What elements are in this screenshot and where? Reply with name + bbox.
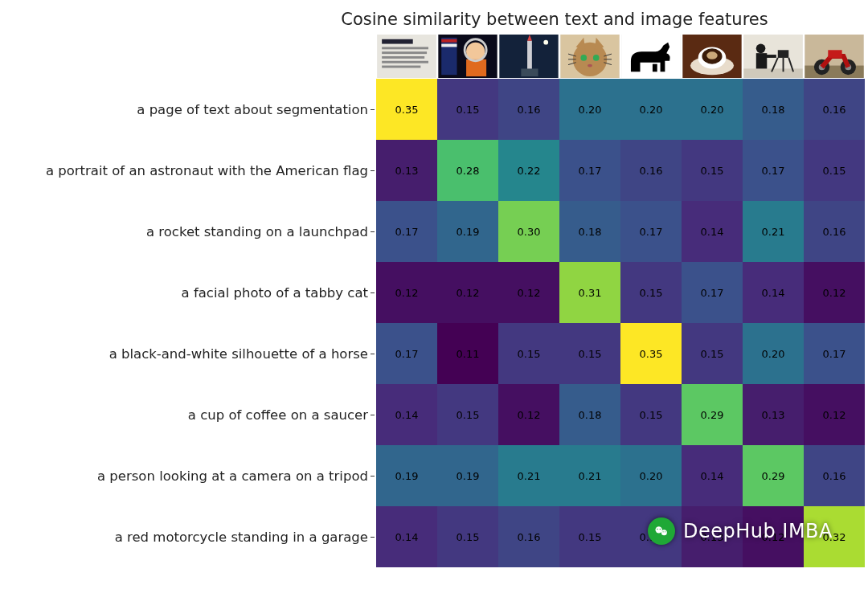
heatmap-cell: 0.13	[376, 140, 437, 201]
heatmap-cell: 0.17	[376, 323, 437, 384]
heatmap-cell: 0.15	[559, 323, 620, 384]
heatmap-cell: 0.16	[498, 79, 559, 140]
svg-point-38	[756, 44, 766, 54]
grid-corner-spacer	[14, 34, 376, 79]
svg-rect-10	[441, 44, 457, 47]
svg-rect-5	[382, 61, 428, 63]
svg-point-23	[580, 55, 587, 61]
svg-rect-47	[828, 50, 841, 58]
heatmap-cell: 0.22	[498, 140, 559, 201]
heatmap-cell: 0.16	[804, 201, 865, 262]
heatmap-cell: 0.21	[743, 201, 804, 262]
heatmap-cell: 0.15	[437, 384, 498, 445]
heatmap-cell: 0.30	[498, 201, 559, 262]
svg-rect-15	[527, 41, 532, 71]
row-label: a page of text about segmentation	[14, 79, 376, 140]
heatmap-cell: 0.11	[437, 323, 498, 384]
heatmap-cell: 0.17	[620, 201, 682, 262]
heatmap-cell: 0.15	[682, 140, 743, 201]
svg-rect-39	[756, 53, 768, 68]
heatmap-cell: 0.29	[682, 384, 743, 445]
heatmap-cell: 0.17	[559, 140, 620, 201]
heatmap-cell: 0.17	[743, 140, 804, 201]
heatmap-cell: 0.31	[559, 262, 620, 323]
heatmap-cell: 0.28	[437, 140, 498, 201]
heatmap-cell: 0.16	[498, 506, 559, 567]
col-thumb-coffee	[682, 34, 743, 79]
heatmap-cell: 0.15	[620, 262, 682, 323]
row-label: a red motorcycle standing in a garage	[14, 506, 376, 567]
svg-rect-6	[382, 66, 420, 68]
col-thumb-rocket	[498, 34, 559, 79]
svg-rect-34	[778, 50, 789, 58]
col-thumb-photographer	[743, 34, 804, 79]
heatmap-cell: 0.16	[620, 140, 682, 201]
svg-point-18	[543, 40, 548, 45]
heatmap-cell: 0.13	[743, 384, 804, 445]
heatmap-cell: 0.14	[376, 384, 437, 445]
row-label: a portrait of an astronaut with the Amer…	[14, 140, 376, 201]
svg-rect-17	[521, 68, 538, 76]
row-label: a black-and-white silhouette of a horse	[14, 323, 376, 384]
svg-point-24	[593, 55, 600, 61]
heatmap-grid: a page of text about segmentation0.350.1…	[14, 34, 854, 567]
row-label: a person looking at a camera on a tripod	[14, 445, 376, 506]
heatmap-cell: 0.12	[498, 262, 559, 323]
col-thumb-horse	[620, 34, 682, 79]
heatmap-cell: 0.15	[437, 506, 498, 567]
svg-rect-9	[441, 39, 457, 43]
heatmap-cell: 0.15	[620, 384, 682, 445]
svg-point-25	[588, 64, 592, 67]
svg-rect-2	[382, 47, 428, 49]
svg-rect-4	[382, 56, 424, 59]
col-thumb-page-text	[376, 34, 437, 79]
heatmap-cell: 0.21	[498, 445, 559, 506]
svg-rect-3	[382, 51, 427, 54]
heatmap-cell: 0.12	[804, 262, 865, 323]
heatmap-cell: 0.18	[559, 201, 620, 262]
col-thumb-motorcycle	[804, 34, 865, 79]
heatmap-cell: 0.12	[743, 506, 804, 567]
heatmap-cell: 0.15	[682, 323, 743, 384]
heatmap-cell: 0.17	[804, 323, 865, 384]
heatmap-cell: 0.16	[804, 79, 865, 140]
heatmap-cell: 0.20	[743, 323, 804, 384]
heatmap-cell: 0.14	[682, 201, 743, 262]
heatmap-cell: 0.20	[682, 79, 743, 140]
row-label: a facial photo of a tabby cat	[14, 262, 376, 323]
heatmap-cell: 0.12	[437, 262, 498, 323]
heatmap-cell: 0.21	[559, 445, 620, 506]
heatmap-cell: 0.14	[743, 262, 804, 323]
heatmap-cell: 0.15	[498, 323, 559, 384]
heatmap-cell: 0.20	[559, 79, 620, 140]
col-thumb-astronaut	[437, 34, 498, 79]
heatmap-cell: 0.17	[682, 262, 743, 323]
svg-rect-1	[382, 39, 413, 44]
col-thumb-cat	[559, 34, 620, 79]
heatmap-cell: 0.19	[376, 445, 437, 506]
heatmap-cell: 0.15	[437, 79, 498, 140]
svg-rect-40	[765, 55, 776, 58]
heatmap-cell: 0.13	[682, 506, 743, 567]
row-label: a cup of coffee on a saucer	[14, 384, 376, 445]
heatmap-cell: 0.18	[743, 79, 804, 140]
chart-title: Cosine similarity between text and image…	[14, 10, 854, 29]
heatmap-cell: 0.12	[376, 262, 437, 323]
chart-container: Cosine similarity between text and image…	[14, 10, 854, 567]
svg-point-31	[706, 51, 718, 59]
heatmap-cell: 0.18	[559, 384, 620, 445]
heatmap-cell: 0.15	[804, 140, 865, 201]
heatmap-cell: 0.20	[620, 79, 682, 140]
heatmap-cell: 0.19	[437, 445, 498, 506]
heatmap-cell: 0.12	[804, 384, 865, 445]
heatmap-cell: 0.32	[804, 506, 865, 567]
heatmap-cell: 0.17	[376, 201, 437, 262]
heatmap-cell: 0.14	[376, 506, 437, 567]
heatmap-cell: 0.14	[682, 445, 743, 506]
heatmap-cell: 0.35	[376, 79, 437, 140]
heatmap-cell: 0.19	[437, 201, 498, 262]
heatmap-cell: 0.20	[620, 445, 682, 506]
svg-rect-8	[441, 38, 457, 75]
heatmap-cell: 0.15	[559, 506, 620, 567]
heatmap-cell: 0.12	[498, 384, 559, 445]
